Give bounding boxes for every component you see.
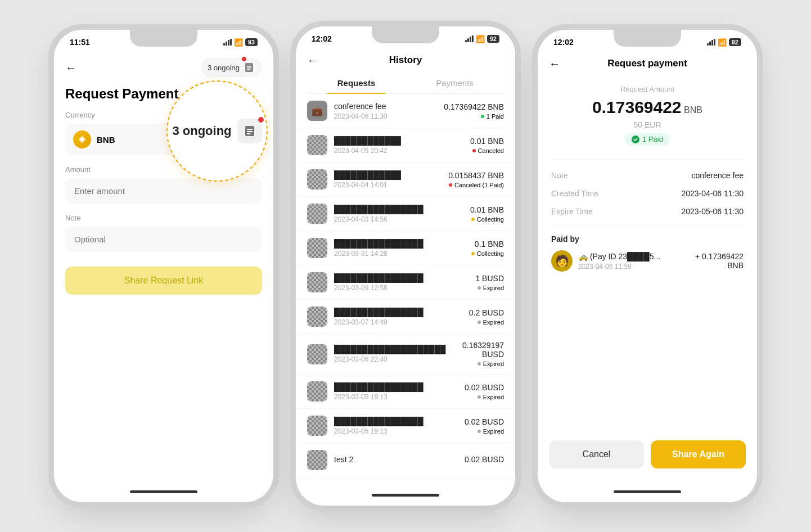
history-date: 2023-03-07 14:49 (334, 318, 469, 326)
payer-info: 🚕 (Pay ID 23████5... 2023-04-06 11:59 (578, 252, 690, 270)
history-status: Expired (465, 428, 504, 435)
share-again-button[interactable]: Share Again (651, 440, 746, 468)
notch-3 (614, 30, 681, 47)
share-request-link-button[interactable]: Share Request Link (65, 267, 262, 295)
history-date: 2023-03-05 19:13 (334, 427, 465, 435)
history-date: 2023-04-03 14:56 (334, 215, 470, 223)
status-dot (472, 149, 476, 152)
history-item[interactable]: ████████████████ 2023-03-09 12:58 1 BUSD… (296, 265, 515, 300)
history-amount-col: 0.02 BUSD Expired (465, 383, 504, 400)
details-section: Note conference fee Created Time 2023-04… (551, 171, 744, 216)
history-date: 2023-03-06 22:40 (334, 355, 445, 363)
history-status: Collecting (470, 216, 504, 223)
history-amount: 0.01 BNB (470, 205, 504, 214)
tab-payments[interactable]: Payments (406, 73, 504, 93)
history-name: ████████████████████ (334, 345, 445, 354)
history-info: ████████████████ 2023-04-03 14:56 (334, 205, 470, 223)
history-item[interactable]: ████████████████ 2023-04-03 14:56 0.01 B… (296, 197, 515, 231)
history-status: Canceled (470, 147, 504, 154)
history-amount: 0.02 BUSD (465, 417, 504, 426)
status-dot (477, 286, 481, 290)
time-1: 11:51 (70, 38, 90, 47)
history-status: 1 Paid (444, 113, 504, 120)
wifi-icon-1: 📶 (234, 38, 243, 47)
status-dot (477, 321, 481, 324)
history-date: 2023-04-06 11:30 (334, 112, 444, 120)
history-name: ████████████ (334, 136, 470, 145)
signal-icon-3 (707, 39, 715, 46)
history-item[interactable]: ████████████████ 2023-03-07 14:49 0.2 BU… (296, 300, 515, 334)
history-name: ████████████████ (334, 205, 470, 214)
payer-avatar: 🧑 (551, 250, 573, 272)
status-icons-2: 📶 92 (465, 35, 499, 43)
history-item[interactable]: ████████████ 2023-04-04 14:01 0.0158437 … (296, 163, 515, 197)
note-input[interactable] (65, 227, 262, 252)
history-amount: 0.2 BUSD (469, 308, 504, 317)
ongoing-badge[interactable]: 3 ongoing (201, 58, 262, 77)
battery-3: 92 (729, 38, 741, 46)
history-amount-col: 0.16329197 BUSD Expired (445, 341, 504, 367)
history-info: ████████████████ 2023-03-07 14:49 (334, 308, 469, 326)
status-text: Collecting (477, 216, 504, 223)
back-arrow-2[interactable]: ← (307, 54, 318, 67)
history-amount: 0.02 BUSD (465, 455, 504, 464)
back-arrow-1[interactable]: ← (65, 61, 76, 74)
status-dot (471, 252, 475, 255)
history-status: Canceled (1 Paid) (448, 182, 504, 188)
signal-icon-1 (223, 39, 232, 46)
status-text: Canceled (478, 147, 504, 154)
history-item[interactable]: ████████████████ 2023-03-05 19:13 0.02 B… (296, 409, 515, 443)
notification-dot-large (258, 117, 264, 123)
history-thumb (307, 169, 327, 190)
history-item[interactable]: 💼 conference fee 2023-04-06 11:30 0.1736… (296, 94, 515, 128)
note-label: Note (65, 214, 262, 222)
history-header: ← History (296, 48, 515, 70)
status-dot (449, 183, 452, 187)
history-info: ████████████ 2023-04-05 20:42 (334, 136, 470, 155)
status-dot (471, 218, 475, 221)
history-amount-col: 0.17369422 BNB 1 Paid (444, 102, 504, 120)
ongoing-circle-text: 3 ongoing (172, 124, 231, 138)
history-name: ████████████████ (334, 239, 471, 248)
paid-status-text: 1 Paid (642, 135, 663, 143)
history-amount: 0.0158437 BNB (448, 171, 504, 180)
request-payment-header: ← 3 ongoing (54, 51, 273, 82)
phone-3: 12:02 📶 92 ← Request payment Request Amo… (538, 30, 757, 502)
detail-value: conference fee (691, 171, 744, 180)
status-dot (477, 362, 481, 366)
history-item[interactable]: ████████████ 2023-04-05 20:42 0.01 BNB C… (296, 128, 515, 163)
history-amount-col: 0.01 BNB Canceled (470, 137, 504, 154)
history-amount: 0.01 BNB (470, 137, 504, 146)
history-item[interactable]: ████████████████ 2023-03-31 14:28 0.1 BN… (296, 231, 515, 265)
svg-rect-9 (247, 133, 250, 134)
history-status: Collecting (471, 250, 504, 257)
history-name: test 2 (334, 455, 465, 464)
ongoing-label: 3 ongoing (208, 64, 240, 72)
detail-row: Note conference fee (551, 171, 744, 180)
phone-2: 12:02 📶 92 ← History Requests Payments (296, 26, 515, 506)
detail-value: 2023-05-06 11:30 (681, 207, 744, 216)
request-detail-header: ← Request payment (538, 51, 757, 74)
history-item[interactable]: test 2 0.02 BUSD (296, 443, 515, 477)
history-name: ████████████████ (334, 382, 465, 391)
status-dot (477, 430, 481, 433)
history-thumb (307, 238, 327, 258)
history-status: Expired (469, 319, 504, 326)
history-name: ████████████████ (334, 308, 469, 317)
back-arrow-3[interactable]: ← (549, 57, 560, 70)
history-title: History (389, 55, 422, 66)
history-info: conference fee 2023-04-06 11:30 (334, 102, 444, 120)
tab-requests[interactable]: Requests (307, 73, 406, 93)
history-item[interactable]: ████████████████ 2023-03-05 19:13 0.02 B… (296, 375, 515, 409)
history-amount: 0.1 BNB (471, 240, 504, 249)
paid-status-badge: 1 Paid (625, 133, 670, 146)
payer-name: 🚕 (Pay ID 23████5... (578, 252, 690, 261)
history-amount: 1 BUSD (475, 274, 504, 283)
battery-2: 92 (487, 35, 499, 43)
cancel-button[interactable]: Cancel (549, 440, 644, 468)
history-thumb (307, 450, 327, 470)
amount-input[interactable] (65, 178, 262, 204)
history-item[interactable]: ████████████████████ 2023-03-06 22:40 0.… (296, 334, 515, 375)
request-amount-currency: BNB (684, 105, 702, 115)
history-name: ████████████████ (334, 273, 475, 282)
